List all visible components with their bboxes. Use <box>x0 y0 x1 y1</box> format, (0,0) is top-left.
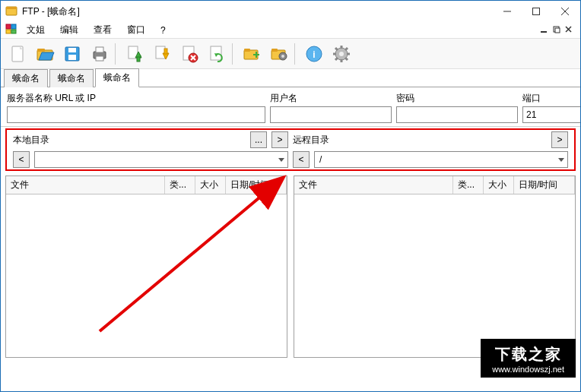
svg-rect-25 <box>96 56 103 61</box>
toolbar: i <box>1 39 580 69</box>
menu-file[interactable]: 文姐 <box>21 22 51 38</box>
svg-line-57 <box>345 48 348 50</box>
server-input[interactable] <box>7 106 265 123</box>
window-title: FTP - [蛾命名] <box>22 5 80 18</box>
download-icon[interactable] <box>150 42 174 66</box>
col-ext[interactable]: 类... <box>165 176 195 194</box>
mdi-restore-button[interactable] <box>553 25 560 36</box>
svg-rect-22 <box>68 55 76 60</box>
svg-rect-8 <box>6 30 11 33</box>
delete-file-icon[interactable] <box>177 42 202 66</box>
pass-input[interactable] <box>396 106 518 123</box>
col-ext-r[interactable]: 类... <box>453 176 484 194</box>
svg-rect-9 <box>11 30 16 33</box>
minimize-button[interactable] <box>497 4 518 19</box>
mdi-close-button[interactable] <box>565 25 573 36</box>
svg-rect-44 <box>271 49 278 52</box>
svg-rect-32 <box>164 49 167 54</box>
tab-1[interactable]: 蛾命名 <box>49 69 94 87</box>
svg-text:i: i <box>313 49 315 60</box>
svg-point-50 <box>339 52 344 56</box>
pass-label: 密码 <box>396 92 518 105</box>
local-go-button[interactable]: > <box>271 131 288 148</box>
local-path-combo[interactable] <box>34 151 288 168</box>
directory-panel: 本地目录 ... > < 远程目录 > < / <box>5 128 576 171</box>
tab-2[interactable]: 蛾命名 <box>95 68 139 87</box>
tab-0[interactable]: 蛾命名 <box>4 69 48 87</box>
session-tabs: 蛾命名 蛾命名 蛾命名 <box>1 69 580 87</box>
svg-rect-21 <box>68 48 76 52</box>
svg-rect-42 <box>256 52 257 58</box>
svg-point-46 <box>281 55 284 58</box>
svg-line-58 <box>335 58 338 60</box>
open-folder-icon[interactable] <box>33 42 57 66</box>
svg-rect-30 <box>156 46 165 58</box>
settings-gear-icon[interactable] <box>329 42 354 66</box>
menu-view[interactable]: 查看 <box>87 22 118 38</box>
svg-line-56 <box>345 58 348 60</box>
svg-marker-19 <box>39 52 54 60</box>
menu-icon <box>5 24 17 36</box>
local-file-list[interactable]: 文件 类... 大小 日期/时间 <box>5 175 287 358</box>
remote-back-button[interactable]: < <box>293 151 310 168</box>
svg-line-55 <box>335 48 338 50</box>
print-icon[interactable] <box>87 42 112 66</box>
user-input[interactable] <box>270 106 392 123</box>
svg-rect-1 <box>6 7 17 9</box>
local-browse-button[interactable]: ... <box>250 131 267 148</box>
col-file[interactable]: 文件 <box>6 176 165 194</box>
remote-path-combo[interactable]: / <box>314 151 568 168</box>
watermark: 下载之家 www.windowszj.net <box>481 339 576 378</box>
svg-rect-3 <box>533 8 540 15</box>
col-date-r[interactable]: 日期/时间 <box>514 176 575 194</box>
app-icon <box>5 5 17 19</box>
col-size-r[interactable]: 大小 <box>484 176 514 194</box>
port-input[interactable] <box>522 106 581 123</box>
upload-icon[interactable] <box>122 42 147 66</box>
svg-rect-40 <box>244 49 250 52</box>
local-dir-label: 本地目录 <box>13 134 49 147</box>
info-icon[interactable]: i <box>302 42 326 66</box>
local-back-button[interactable]: < <box>13 151 30 168</box>
svg-rect-18 <box>37 49 45 52</box>
svg-rect-10 <box>541 31 547 33</box>
user-label: 用户名 <box>270 92 392 105</box>
remote-go-button[interactable]: > <box>551 131 568 148</box>
mdi-minimize-button[interactable] <box>541 25 548 36</box>
svg-rect-24 <box>96 47 103 52</box>
new-folder-icon[interactable] <box>240 42 264 66</box>
new-file-icon[interactable] <box>5 42 30 66</box>
maximize-button[interactable] <box>525 4 547 19</box>
svg-rect-37 <box>211 46 221 60</box>
menu-edit[interactable]: 编辑 <box>54 22 84 38</box>
col-file-r[interactable]: 文件 <box>294 176 453 194</box>
col-size[interactable]: 大小 <box>195 176 226 194</box>
save-icon[interactable] <box>60 42 84 66</box>
col-date[interactable]: 日期/时间 <box>226 176 287 194</box>
file-refresh-icon[interactable] <box>205 42 229 66</box>
server-label: 服务器名称 URL 或 IP <box>7 92 265 105</box>
close-button[interactable] <box>554 4 576 19</box>
menu-help[interactable]: ? <box>154 24 172 37</box>
svg-rect-6 <box>6 24 11 29</box>
port-label: 端口 <box>522 92 581 105</box>
menu-window[interactable]: 窗口 <box>121 22 151 38</box>
svg-rect-29 <box>137 57 140 62</box>
folder-settings-icon[interactable] <box>267 42 291 66</box>
svg-rect-12 <box>555 28 560 33</box>
remote-file-list[interactable]: 文件 类... 大小 日期/时间 <box>294 175 576 358</box>
svg-rect-7 <box>11 24 16 29</box>
remote-dir-label: 远程目录 <box>293 134 329 147</box>
